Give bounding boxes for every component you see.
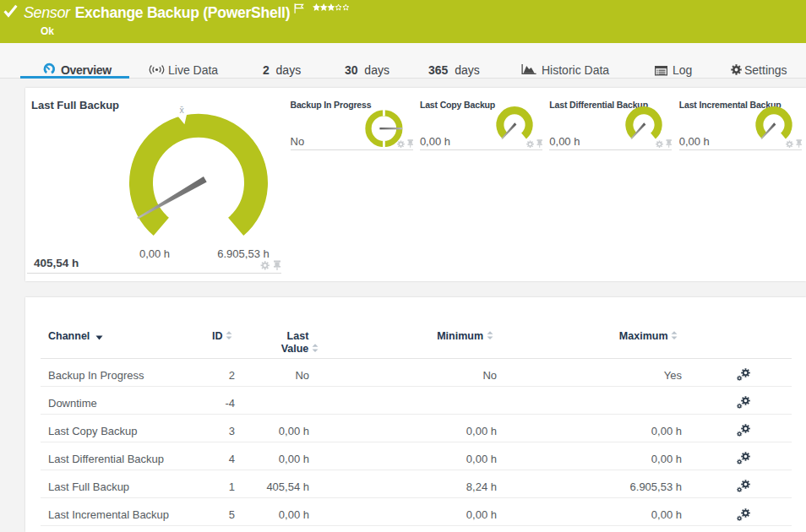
svg-text:x̄: x̄ [179,105,184,115]
